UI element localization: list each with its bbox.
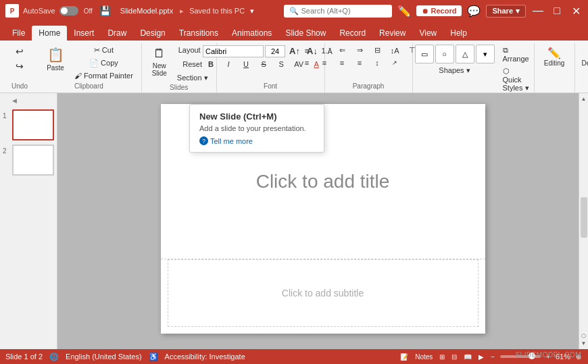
autosave-knob [61, 7, 68, 14]
shape-3[interactable]: △ [456, 45, 474, 63]
slide-editor: New Slide (Ctrl+M) Add a slide to your p… [57, 93, 588, 349]
shape-2[interactable]: ○ [435, 45, 454, 63]
tooltip-link[interactable]: ? Tell me more [199, 136, 314, 145]
slide-thumb-2[interactable]: 2 [3, 145, 54, 176]
editing-label-group [540, 90, 569, 91]
ribbon-group-editing: ✏️ Editing [535, 43, 575, 93]
paragraph-dialog-button[interactable]: ↗ [387, 58, 403, 68]
scroll-down-btn1[interactable]: ⬡ [581, 333, 586, 339]
ribbon-group-designer: ✨ Designer [575, 43, 588, 93]
notes-label[interactable]: Notes [414, 353, 434, 361]
slide-num-1: 1 [3, 112, 9, 120]
tab-view[interactable]: View [412, 26, 443, 41]
search-box[interactable]: 🔍 [284, 5, 392, 18]
zoom-out-button[interactable]: − [489, 353, 496, 361]
slide-img-2[interactable] [12, 145, 54, 176]
new-slide-button[interactable]: 🗒 New Slide [147, 45, 172, 79]
editing-button[interactable]: ✏️ Editing [541, 45, 568, 69]
search-input[interactable] [301, 7, 387, 15]
scrollbar-thumb[interactable] [581, 197, 587, 238]
align-row: ≡ ≡ ≡ ≡ ↕ ↗ [299, 57, 403, 68]
close-button[interactable]: ✕ [569, 4, 583, 18]
record-button-title[interactable]: ⏺ Record [416, 5, 462, 16]
text-direction-button[interactable]: ↕A [387, 45, 403, 56]
title-bar-left: P AutoSave Off 💾 SlideModel.pptx ▸ Saved… [5, 4, 284, 18]
shadow-button[interactable]: S [273, 59, 289, 70]
tab-file[interactable]: File [5, 26, 32, 41]
collapse-arrow[interactable]: ◀ [3, 96, 54, 105]
tab-home[interactable]: Home [32, 26, 67, 41]
slide-sorter-button[interactable]: ⊟ [450, 353, 458, 361]
tab-insert[interactable]: Insert [67, 26, 101, 41]
slide-thumb-1[interactable]: 1 [3, 109, 54, 140]
save-icon[interactable]: 💾 [99, 5, 111, 16]
share-label: Share [492, 7, 513, 15]
main-area: ◀ 1 2 New Slide (Ctrl+M) Add a slide to … [0, 93, 588, 349]
tab-record[interactable]: Record [333, 26, 372, 41]
clipboard-col: ✂ Cut 📄 Copy 🖌 Format Painter [72, 45, 136, 81]
font-size-input[interactable] [265, 45, 285, 57]
slide-count: Slide 1 of 2 [5, 353, 43, 361]
reading-view-button[interactable]: 📖 [462, 353, 473, 361]
tab-design[interactable]: Design [133, 26, 172, 41]
slide-subtitle-area[interactable]: Click to add subtitle [168, 259, 479, 327]
quick-styles-button[interactable]: ⬡ Quick Styles ▾ [500, 66, 532, 94]
autosave-toggle[interactable] [59, 6, 78, 16]
line-spacing-button[interactable]: ↕ [369, 57, 385, 68]
shape-1[interactable]: ▭ [415, 45, 434, 63]
accessibility-label[interactable]: Accessibility: Investigate [165, 353, 245, 361]
share-button[interactable]: Share ▾ [486, 5, 526, 18]
shapes-btn[interactable]: Shapes ▾ [436, 65, 472, 76]
scroll-down-btn2[interactable]: ▼ [581, 340, 587, 346]
share-dropdown-icon: ▾ [516, 7, 520, 16]
new-slide-icon: 🗒 [153, 47, 166, 61]
minimize-button[interactable]: — [531, 4, 545, 18]
align-right-button[interactable]: ≡ [334, 57, 350, 68]
search-icon: 🔍 [289, 7, 299, 16]
normal-view-button[interactable]: ⊞ [438, 353, 446, 361]
tab-draw[interactable]: Draw [101, 26, 133, 41]
pen-icon[interactable]: ✏️ [397, 4, 411, 18]
scroll-up-arrow[interactable]: ▲ [581, 96, 587, 102]
status-bar: Slide 1 of 2 🌐 English (United States) ♿… [0, 349, 588, 364]
slide-title-placeholder: Click to add title [256, 171, 390, 192]
editing-icon: ✏️ [547, 47, 561, 59]
undo-button[interactable]: ↩ [11, 45, 28, 58]
tab-review[interactable]: Review [372, 26, 412, 41]
status-left: Slide 1 of 2 🌐 English (United States) ♿… [5, 353, 391, 361]
bold-button[interactable]: B [203, 59, 219, 70]
strikethrough-button[interactable]: S [255, 59, 272, 70]
tab-slideshow[interactable]: Slide Show [278, 26, 333, 41]
tab-animations[interactable]: Animations [225, 26, 278, 41]
bullets-button[interactable]: ≡ [299, 45, 315, 56]
format-painter-button[interactable]: 🖌 Format Painter [72, 70, 136, 81]
increase-indent-button[interactable]: ⇒ [351, 45, 368, 56]
align-center-button[interactable]: ≡ [316, 57, 333, 68]
notes-button[interactable]: 📝 [399, 353, 410, 361]
paste-button[interactable]: 📋 Paste [42, 45, 69, 74]
shape-more[interactable]: ▾ [476, 45, 495, 63]
comment-icon[interactable]: 💬 [467, 4, 481, 18]
filename: SlideModel.pptx [120, 7, 173, 15]
italic-button[interactable]: I [220, 59, 237, 70]
tab-transitions[interactable]: Transitions [172, 26, 225, 41]
copy-button[interactable]: 📄 Copy [72, 57, 136, 69]
cut-button[interactable]: ✂ Cut [72, 45, 136, 56]
tab-help[interactable]: Help [443, 26, 474, 41]
arrange-button[interactable]: ⧉ Arrange [500, 45, 532, 64]
designer-label-group [581, 90, 588, 91]
slide-img-1[interactable] [12, 109, 54, 140]
justify-button[interactable]: ≡ [351, 57, 368, 68]
col-button[interactable]: ⊟ [369, 45, 385, 56]
slideshow-button[interactable]: ▶ [477, 353, 485, 361]
slide-panel: ◀ 1 2 [0, 93, 57, 349]
decrease-indent-button[interactable]: ⇐ [334, 45, 350, 56]
dropdown-arrow-title[interactable]: ▾ [250, 7, 254, 16]
underline-button[interactable]: U [238, 59, 254, 70]
align-left-button[interactable]: ≡ [299, 57, 315, 68]
numbering-button[interactable]: 1. [316, 45, 333, 56]
designer-button[interactable]: ✨ Designer [579, 45, 588, 69]
maximize-button[interactable]: □ [550, 4, 564, 18]
redo-button[interactable]: ↪ [11, 59, 28, 73]
font-name-input[interactable] [203, 45, 264, 57]
